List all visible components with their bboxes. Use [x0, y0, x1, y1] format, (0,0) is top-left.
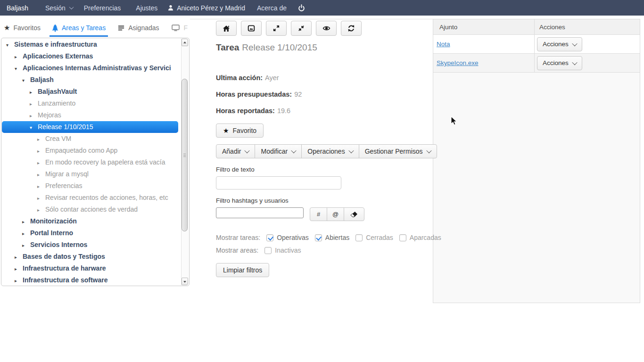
menu-settings[interactable]: Ajustes [136, 4, 157, 12]
tree-item[interactable]: Mejoras [1, 109, 189, 121]
menu-about[interactable]: Acerca de [257, 4, 287, 12]
permissions-menu-button[interactable]: Gestionar Permisos [359, 144, 437, 158]
checkbox-aparcadas[interactable]: Aparcadas [399, 234, 441, 241]
collapse-button[interactable] [291, 21, 312, 36]
areas-tree: Sistemas e infraestructura Aplicaciones … [1, 38, 189, 286]
tree-item[interactable]: Preferencias [1, 180, 189, 192]
scrollbar-up-button[interactable] [182, 39, 188, 46]
expand-arrow-icon [15, 63, 23, 74]
refresh-button[interactable] [341, 21, 362, 36]
tree-item[interactable]: Sistemas e infraestructura [1, 39, 189, 50]
collapse-icon [297, 25, 305, 32]
tree-item[interactable]: Bases de datos y Testigos [1, 251, 189, 263]
monitor-icon [172, 25, 180, 32]
menu-preferences[interactable]: Preferencias [84, 4, 121, 12]
menu-session[interactable]: Sesión [45, 4, 73, 12]
add-menu-button[interactable]: Añadir [216, 144, 255, 158]
tree-item[interactable]: Aplicaciones Externas [1, 50, 189, 62]
image-button[interactable] [241, 21, 262, 36]
tree-scrollbar[interactable] [181, 39, 189, 285]
tree-item[interactable]: Servicios Internos [1, 239, 189, 251]
tab-asignadas[interactable]: Asignadas [117, 19, 159, 37]
row-actions-button[interactable]: Acciones [537, 56, 582, 70]
home-button[interactable] [216, 21, 237, 36]
action-menu-bar: Añadir Modificar Operaciones Gestionar P… [216, 144, 434, 158]
tree-item[interactable]: Portal Interno [1, 227, 189, 239]
favorite-button[interactable]: ★ Favorito [216, 123, 264, 138]
row-actions-button[interactable]: Acciones [537, 37, 582, 51]
tab-favoritos[interactable]: ★ Favoritos [4, 19, 41, 37]
scrollbar-thumb[interactable] [182, 79, 188, 231]
app-brand[interactable]: Baljash [7, 4, 28, 12]
view-button[interactable] [316, 21, 337, 36]
tree-item-selected[interactable]: Release 1/10/2015 [2, 121, 178, 133]
text-filter-input[interactable] [216, 176, 341, 189]
sidebar-tabs: ★ Favoritos Areas y Tareas Asignadas [0, 19, 190, 37]
tree-item[interactable]: BaljashVault [1, 86, 189, 98]
collapse-arrow-icon [22, 216, 30, 227]
modify-menu-button[interactable]: Modificar [255, 144, 302, 158]
logout-button[interactable] [298, 4, 305, 12]
show-tasks-row: Mostrar tareas: Operativas Abiertas Cerr… [216, 234, 434, 241]
tree-item[interactable]: Monitorización [1, 215, 189, 227]
column-header-acciones: Acciones [534, 19, 640, 34]
column-header-ajunto: Ajunto [433, 24, 534, 31]
reported-hours-stat: Horas reportadas:19.6 [216, 107, 434, 115]
mention-button[interactable]: @ [327, 207, 344, 221]
user-icon [167, 4, 174, 11]
tree-item[interactable]: En modo recovery la papelera está vacía [1, 156, 189, 168]
checkbox-checked-icon [315, 234, 322, 241]
tree-item[interactable]: Infraestructura de harware [1, 263, 189, 274]
attachments-table-header: Ajunto Acciones [433, 19, 640, 35]
tree-item[interactable]: Lanzamiento [1, 98, 189, 109]
checkbox-operativas[interactable]: Operativas [266, 234, 309, 241]
tree-item[interactable]: Empaquetado como App [1, 145, 189, 156]
user-menu[interactable]: Aniceto Pérez y Madrid [167, 4, 245, 12]
collapse-arrow-icon [37, 145, 45, 156]
checkbox-cerradas[interactable]: Cerradas [355, 234, 393, 241]
tree-item[interactable]: Crea VM [1, 133, 189, 145]
tab-clipped[interactable]: F [172, 19, 188, 37]
collapse-arrow-icon [15, 51, 23, 62]
show-areas-label: Mostrar areas: [216, 247, 258, 254]
budgeted-hours-stat: Horas presupuestadas:92 [216, 90, 434, 98]
expand-arrow-icon [30, 122, 38, 133]
attachment-link-nota[interactable]: Nota [437, 41, 450, 48]
show-tasks-label: Mostrar tareas: [216, 234, 260, 241]
scrollbar-down-button[interactable] [182, 278, 188, 285]
collapse-arrow-icon [30, 86, 38, 98]
tab-areas-y-tareas[interactable]: Areas y Tareas [52, 19, 106, 37]
clear-hashtag-button[interactable] [344, 207, 364, 221]
page-title: TareaRelease 1/10/2015 [216, 42, 434, 53]
hashtag-filter-input[interactable] [216, 207, 304, 218]
operations-menu-button[interactable]: Operaciones [301, 144, 359, 158]
task-stats: Ultima acción:Ayer Horas presupuestadas:… [216, 74, 434, 115]
image-icon [248, 25, 255, 32]
tree-item[interactable]: Migrar a mysql [1, 168, 189, 180]
collapse-arrow-icon [30, 98, 38, 109]
tree-item[interactable]: Revisar recuentos de acciones, horas, et… [1, 192, 189, 204]
attachment-link-skypeicon[interactable]: SkypeIcon.exe [437, 59, 479, 66]
hash-button[interactable]: # [310, 207, 327, 221]
task-type-label: Tarea [216, 42, 239, 52]
collapse-arrow-icon [15, 275, 23, 286]
expand-button[interactable] [266, 21, 287, 36]
collapse-arrow-icon [15, 251, 23, 263]
tree-item[interactable]: Baljash [1, 74, 189, 86]
checkbox-abiertas[interactable]: Abiertas [315, 234, 349, 241]
collapse-arrow-icon [37, 192, 45, 204]
list-icon [117, 25, 125, 31]
clear-filters-button[interactable]: Limpiar filtros [216, 263, 269, 277]
eye-icon [322, 25, 330, 32]
last-action-stat: Ultima acción:Ayer [216, 74, 434, 82]
collapse-arrow-icon [37, 133, 45, 145]
chevron-down-icon [348, 148, 354, 153]
tree-item[interactable]: Sólo contar acciones de verdad [1, 204, 189, 215]
expand-arrow-icon [6, 39, 14, 50]
checkbox-checked-icon [266, 234, 273, 241]
hashtag-filter-label: Filtro hashtags y usuarios [216, 197, 434, 204]
tree-item[interactable]: Aplicaciones Internas Administrativas y … [1, 62, 189, 74]
checkbox-inactivas[interactable]: Inactivas [264, 247, 301, 254]
tree-item[interactable]: Infraestructura de software [1, 274, 189, 286]
collapse-arrow-icon [37, 204, 45, 215]
